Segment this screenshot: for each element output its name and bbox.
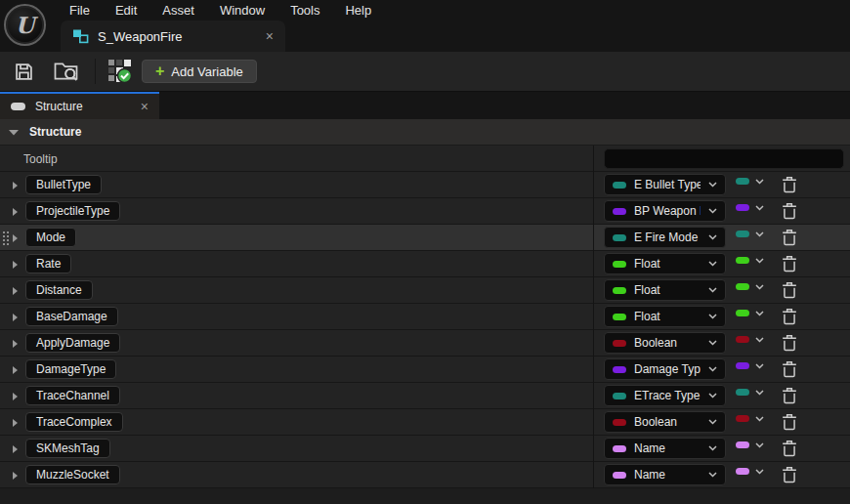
container-type-dropdown[interactable] bbox=[736, 415, 764, 422]
variable-name-field[interactable]: MuzzleSocket bbox=[25, 465, 120, 484]
variable-type-dropdown[interactable]: Name bbox=[604, 438, 726, 459]
variable-type-dropdown[interactable]: Boolean bbox=[604, 332, 726, 354]
variable-name-field[interactable]: ProjectileType bbox=[25, 201, 120, 221]
type-color-pill-icon bbox=[613, 472, 626, 479]
menu-item-tools[interactable]: Tools bbox=[277, 3, 332, 18]
menu-item-asset[interactable]: Asset bbox=[149, 3, 207, 18]
variable-type-dropdown[interactable]: Float bbox=[604, 279, 726, 301]
menu-item-help[interactable]: Help bbox=[332, 3, 384, 18]
container-type-dropdown[interactable] bbox=[736, 204, 764, 211]
variable-name-field[interactable]: BulletType bbox=[25, 175, 102, 194]
expand-arrow-icon[interactable] bbox=[12, 365, 19, 375]
expand-arrow-icon[interactable] bbox=[12, 313, 19, 322]
variable-row: Distance Float bbox=[0, 277, 850, 304]
variable-type-label: Name bbox=[634, 441, 701, 455]
expand-arrow-icon[interactable] bbox=[12, 260, 19, 270]
variable-type-dropdown[interactable]: E Fire Mode bbox=[604, 227, 726, 248]
variable-type-label: E Bullet Type bbox=[634, 178, 701, 191]
variable-type-dropdown[interactable]: Name bbox=[604, 464, 726, 485]
container-type-dropdown[interactable] bbox=[736, 468, 764, 475]
browse-to-asset-button[interactable] bbox=[54, 61, 78, 82]
expand-arrow-icon[interactable] bbox=[12, 233, 19, 243]
container-type-dropdown[interactable] bbox=[736, 257, 764, 264]
chevron-down-icon bbox=[755, 469, 764, 475]
menu-item-edit[interactable]: Edit bbox=[103, 3, 149, 18]
container-type-dropdown[interactable] bbox=[736, 389, 764, 396]
variable-row: Rate Float bbox=[0, 251, 850, 277]
save-button[interactable] bbox=[14, 62, 34, 82]
trash-icon[interactable] bbox=[782, 387, 797, 404]
trash-icon[interactable] bbox=[782, 255, 797, 273]
container-color-pill-icon bbox=[736, 257, 749, 264]
variable-type-label: Boolean bbox=[634, 415, 701, 429]
container-type-dropdown[interactable] bbox=[736, 441, 764, 448]
drag-handle-icon[interactable] bbox=[2, 231, 10, 246]
expand-arrow-icon[interactable] bbox=[12, 471, 19, 481]
expand-arrow-icon[interactable] bbox=[12, 392, 19, 401]
title-bar: U File Edit Asset Window Tools Help S_We… bbox=[0, 0, 850, 52]
container-type-dropdown[interactable] bbox=[736, 178, 764, 185]
trash-icon[interactable] bbox=[782, 229, 797, 246]
container-type-dropdown[interactable] bbox=[736, 283, 764, 290]
container-type-dropdown[interactable] bbox=[736, 336, 764, 343]
container-type-dropdown[interactable] bbox=[736, 362, 764, 369]
trash-icon[interactable] bbox=[782, 360, 797, 378]
menu-item-window[interactable]: Window bbox=[207, 3, 277, 18]
chevron-down-icon bbox=[708, 445, 717, 451]
add-variable-button[interactable]: + Add Variable bbox=[142, 60, 257, 83]
variable-type-dropdown[interactable]: BP Weapon Pr bbox=[604, 200, 726, 222]
structure-category-header[interactable]: Structure bbox=[0, 119, 850, 146]
column-divider[interactable] bbox=[593, 146, 594, 488]
expand-arrow-icon[interactable] bbox=[12, 207, 19, 217]
variable-name-field[interactable]: Mode bbox=[25, 228, 76, 247]
expand-arrow-icon[interactable] bbox=[12, 418, 19, 428]
variable-type-label: Float bbox=[634, 257, 701, 271]
variable-row: Mode E Fire Mode bbox=[0, 225, 850, 251]
structure-tab-close-icon[interactable]: × bbox=[141, 100, 149, 113]
folder-search-icon bbox=[54, 61, 78, 82]
container-type-dropdown[interactable] bbox=[736, 231, 764, 237]
trash-icon[interactable] bbox=[782, 308, 797, 325]
variable-name-field[interactable]: Rate bbox=[25, 254, 71, 273]
variable-type-dropdown[interactable]: Float bbox=[604, 253, 726, 274]
variable-name-field[interactable]: TraceComplex bbox=[25, 412, 123, 432]
expand-arrow-icon[interactable] bbox=[12, 286, 19, 296]
trash-icon[interactable] bbox=[782, 466, 797, 483]
trash-icon[interactable] bbox=[782, 440, 797, 457]
variable-type-dropdown[interactable]: Boolean bbox=[604, 411, 726, 433]
trash-icon[interactable] bbox=[782, 202, 797, 220]
variable-name-field[interactable]: Distance bbox=[25, 280, 93, 300]
expand-arrow-icon[interactable] bbox=[12, 181, 19, 190]
variable-type-dropdown[interactable]: Damage Type bbox=[604, 358, 726, 380]
variable-row: TraceChannel ETrace Type ( bbox=[0, 383, 850, 409]
variable-name-field[interactable]: TraceChannel bbox=[25, 386, 120, 405]
tab-structure[interactable]: Structure × bbox=[0, 92, 159, 119]
variable-row: TraceComplex Boolean bbox=[0, 409, 850, 436]
structure-tab-label: Structure bbox=[35, 100, 83, 113]
variable-type-dropdown[interactable]: ETrace Type ( bbox=[604, 385, 726, 406]
variable-row: BulletType E Bullet Type bbox=[0, 172, 850, 198]
container-color-pill-icon bbox=[736, 204, 749, 211]
trash-icon[interactable] bbox=[782, 413, 797, 431]
trash-icon[interactable] bbox=[782, 176, 797, 193]
expand-arrow-icon[interactable] bbox=[12, 444, 19, 454]
tooltip-input[interactable] bbox=[604, 148, 844, 169]
variable-name-field[interactable]: ApplyDamage bbox=[25, 333, 120, 353]
menu-item-file[interactable]: File bbox=[57, 3, 103, 18]
variable-row: SKMeshTag Name bbox=[0, 436, 850, 462]
trash-icon[interactable] bbox=[782, 334, 797, 352]
expand-arrow-icon[interactable] bbox=[12, 339, 19, 349]
variable-type-dropdown[interactable]: Float bbox=[604, 306, 726, 327]
variable-type-label: Damage Type bbox=[634, 362, 701, 376]
container-color-pill-icon bbox=[736, 415, 749, 422]
container-type-dropdown[interactable] bbox=[736, 310, 764, 316]
chevron-down-icon bbox=[755, 284, 764, 290]
tab-s-weaponfire[interactable]: S_WeaponFire × bbox=[61, 21, 285, 52]
trash-icon[interactable] bbox=[782, 281, 797, 299]
variable-name-field[interactable]: BaseDamage bbox=[25, 307, 118, 326]
tab-close-icon[interactable]: × bbox=[266, 29, 274, 43]
variable-type-dropdown[interactable]: E Bullet Type bbox=[604, 174, 726, 195]
variable-name-field[interactable]: SKMeshTag bbox=[25, 439, 110, 458]
variable-name-field[interactable]: DamageType bbox=[25, 359, 116, 379]
variable-type-label: BP Weapon Pr bbox=[634, 204, 701, 218]
